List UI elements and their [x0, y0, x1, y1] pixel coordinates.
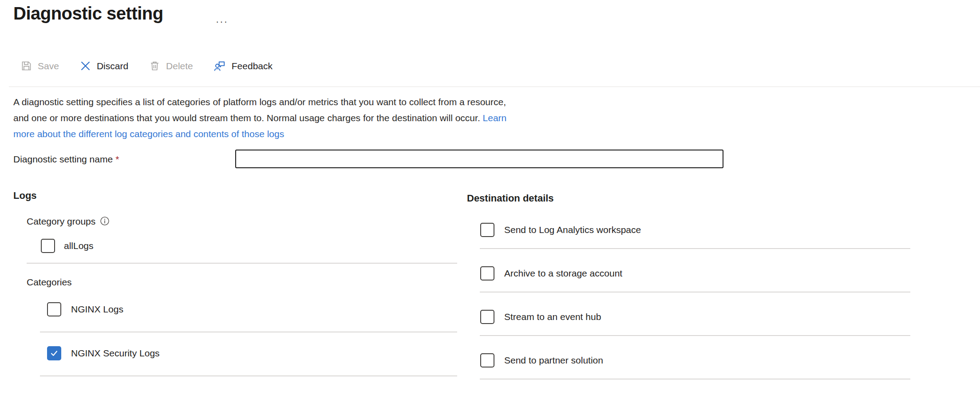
stream-to-event-hub-label[interactable]: Stream to an event hub: [504, 310, 601, 324]
nginx-logs-label[interactable]: NGINX Logs: [71, 302, 123, 316]
discard-button[interactable]: Discard: [79, 60, 128, 72]
row-divider: [480, 292, 910, 292]
row-divider: [40, 332, 457, 332]
archive-to-storage-label[interactable]: Archive to a storage account: [504, 266, 622, 281]
send-to-log-analytics-checkbox[interactable]: [480, 223, 494, 237]
command-bar: Save Discard Delete Fee: [20, 59, 273, 72]
overflow-menu-button[interactable]: ···: [216, 16, 228, 28]
alllogs-label[interactable]: allLogs: [64, 239, 94, 253]
learn-more-link-continued[interactable]: more about the different log categories …: [13, 126, 506, 142]
row-divider: [27, 263, 457, 264]
feedback-button-label: Feedback: [232, 61, 273, 71]
discard-icon: [79, 60, 91, 72]
category-groups-label: Category groups: [27, 216, 110, 228]
stream-to-event-hub-checkbox[interactable]: [480, 310, 494, 324]
nginx-security-logs-checkbox[interactable]: [47, 346, 61, 360]
info-icon[interactable]: [100, 216, 110, 228]
row-divider: [480, 335, 910, 336]
diagnostic-setting-name-input[interactable]: [235, 150, 723, 168]
discard-button-label: Discard: [97, 61, 128, 71]
destination-details-heading: Destination details: [467, 193, 554, 204]
delete-icon: [149, 60, 161, 72]
nginx-security-logs-label[interactable]: NGINX Security Logs: [71, 346, 160, 360]
categories-label: Categories: [27, 277, 72, 288]
feedback-icon: [213, 59, 226, 72]
send-to-partner-solution-label[interactable]: Send to partner solution: [504, 353, 603, 367]
logs-section-heading: Logs: [13, 190, 37, 202]
save-icon: [20, 60, 32, 72]
description-text: A diagnostic setting specifies a list of…: [13, 94, 506, 142]
alllogs-checkbox[interactable]: [41, 239, 55, 253]
description-line-2: and one or more destinations that you wo…: [13, 110, 506, 126]
save-button-label: Save: [38, 61, 59, 71]
save-button[interactable]: Save: [20, 60, 59, 72]
diagnostic-setting-name-label: Diagnostic setting name*: [13, 154, 119, 165]
send-to-log-analytics-label[interactable]: Send to Log Analytics workspace: [504, 223, 641, 237]
row-divider: [40, 375, 457, 376]
nginx-logs-checkbox[interactable]: [47, 302, 61, 316]
archive-to-storage-checkbox[interactable]: [480, 266, 494, 281]
description-line-1: A diagnostic setting specifies a list of…: [13, 94, 506, 110]
required-asterisk: *: [113, 154, 119, 164]
delete-button-label: Delete: [166, 61, 193, 71]
page-title: Diagnostic setting: [13, 4, 163, 24]
learn-more-link[interactable]: Learn: [483, 113, 507, 123]
row-divider: [480, 379, 910, 379]
toolbar-divider: [9, 87, 980, 87]
delete-button[interactable]: Delete: [149, 60, 193, 72]
row-divider: [480, 248, 910, 249]
send-to-partner-solution-checkbox[interactable]: [480, 353, 494, 367]
feedback-button[interactable]: Feedback: [213, 59, 273, 72]
